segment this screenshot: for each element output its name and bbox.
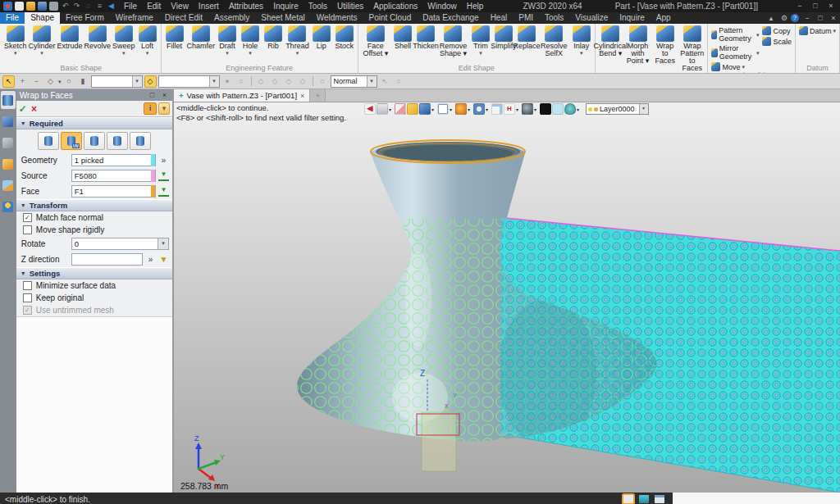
ribbon-button-lip[interactable]: Lip bbox=[310, 25, 333, 56]
close-button[interactable]: × bbox=[824, 1, 838, 11]
wrap-face-mode[interactable] bbox=[38, 132, 59, 150]
pin-dialog-button[interactable]: ▾ bbox=[158, 102, 170, 115]
confirm-button[interactable]: ✓ bbox=[19, 103, 27, 115]
pick-target-icon[interactable]: ▼ bbox=[158, 187, 169, 197]
dropdown-arrow-icon[interactable]: ▾ bbox=[468, 107, 472, 112]
dropdown-arrow-icon[interactable]: ▾ bbox=[742, 64, 745, 70]
ribbon-button-resolve-selfx[interactable]: Resolve SelfX bbox=[538, 25, 570, 63]
ribbon-button-revolve[interactable]: Revolve bbox=[84, 25, 112, 56]
ribbon-button-remove-shape[interactable]: Remove Shape ▾ bbox=[437, 25, 469, 63]
ribbon-tab-data-exchange[interactable]: Data Exchange bbox=[417, 12, 484, 24]
geometry-field[interactable]: 1 picked bbox=[71, 154, 156, 166]
shade-icon[interactable] bbox=[407, 103, 418, 115]
snap-1-icon[interactable]: ◇ bbox=[255, 75, 267, 88]
dropdown-arrow-icon[interactable]: ▾ bbox=[14, 50, 17, 56]
dropdown-arrow-icon[interactable]: ▾ bbox=[431, 107, 436, 112]
doc-close-button[interactable]: × bbox=[827, 12, 840, 24]
grid-toggle-icon[interactable] bbox=[623, 495, 633, 503]
ribbon-button-replace[interactable]: Replace bbox=[515, 25, 538, 56]
ribbon-button-wrap-pattern-to-faces[interactable]: Wrap Pattern to Faces bbox=[678, 25, 705, 74]
ribbon-button-stock[interactable]: Stock bbox=[333, 25, 356, 56]
dropdown-arrow-icon[interactable]: ▾ bbox=[58, 79, 62, 84]
polygon-pick-icon[interactable]: ○ bbox=[63, 75, 75, 88]
rotate-combo[interactable]: 0▾ bbox=[71, 238, 169, 250]
camera-icon[interactable] bbox=[473, 103, 485, 115]
pick-target-icon[interactable]: ▼ bbox=[158, 171, 169, 181]
menu-insert[interactable]: Insert bbox=[194, 0, 224, 12]
ribbon-tab-file[interactable]: File bbox=[0, 12, 25, 24]
selection-filter-icon[interactable]: ◌ bbox=[84, 2, 93, 11]
filter-combo[interactable]: ▾ bbox=[91, 75, 143, 88]
exit-viewport-icon[interactable]: ◀ bbox=[364, 103, 376, 115]
ribbon-button-hole[interactable]: Hole▾ bbox=[239, 25, 262, 56]
dropdown-arrow-icon[interactable]: ▾ bbox=[146, 50, 149, 56]
visual-manager-tab[interactable] bbox=[1, 155, 16, 173]
direction-picker-icon[interactable]: ▼ bbox=[158, 255, 169, 264]
wrap-sector-mode[interactable] bbox=[84, 132, 105, 150]
ribbon-button-rib[interactable]: Rib bbox=[262, 25, 285, 56]
ribbon-tab-pmi[interactable]: PMI bbox=[513, 12, 539, 24]
pick-list-icon[interactable]: ▮ bbox=[77, 75, 89, 88]
wrap-point-mode[interactable] bbox=[130, 132, 151, 150]
pick-filter-icon[interactable]: ◇ bbox=[44, 75, 57, 88]
add-pick-icon[interactable]: + bbox=[16, 75, 29, 88]
dropdown-arrow-icon[interactable]: ▾ bbox=[833, 28, 836, 34]
dropdown-arrow-icon[interactable]: ▾ bbox=[580, 50, 583, 56]
menu-window[interactable]: Window bbox=[422, 0, 462, 12]
dropdown-arrow-icon[interactable]: ▾ bbox=[367, 76, 377, 87]
history-manager-tab[interactable] bbox=[1, 134, 16, 152]
ribbon-button-scale[interactable]: Scale bbox=[762, 37, 792, 46]
render-mode-icon[interactable] bbox=[419, 103, 431, 115]
snap-2-icon[interactable]: ◇ bbox=[269, 75, 281, 88]
ribbon-tab-app[interactable]: App bbox=[651, 12, 677, 24]
doc-tab-close-icon[interactable]: × bbox=[300, 92, 304, 100]
dropdown-arrow-icon[interactable]: ▾ bbox=[389, 107, 394, 112]
ribbon-button-wrap-to-faces[interactable]: Wrap to Faces bbox=[651, 25, 678, 70]
menu-view[interactable]: View bbox=[166, 0, 194, 12]
settings-gear-icon[interactable]: ⚙ bbox=[778, 12, 791, 24]
open-folder-icon[interactable] bbox=[26, 2, 35, 11]
ribbon-tab-point-cloud[interactable]: Point Cloud bbox=[363, 12, 418, 24]
wrap-curve-mode[interactable] bbox=[107, 132, 128, 150]
shape-manager-tab[interactable] bbox=[1, 112, 16, 130]
ribbon-button-pattern-geometry[interactable]: Pattern Geometry▾ bbox=[711, 26, 759, 43]
ribbon-tab-weldments[interactable]: Weldments bbox=[311, 12, 363, 24]
dropdown-arrow-icon[interactable]: ▾ bbox=[756, 32, 760, 38]
render-style-combo[interactable]: Normal▾ bbox=[331, 75, 377, 88]
panel-close-button[interactable]: × bbox=[160, 91, 169, 99]
ribbon-button-chamfer[interactable]: Chamfer bbox=[186, 25, 217, 56]
layer-combobox[interactable]: Layer0000▾ bbox=[586, 103, 649, 115]
ribbon-tab-heal[interactable]: Heal bbox=[485, 12, 514, 24]
dropdown-arrow-icon[interactable]: ▾ bbox=[158, 238, 168, 249]
ribbon-button-copy[interactable]: Copy bbox=[762, 26, 792, 35]
minimize-surface-data-checkbox[interactable] bbox=[23, 281, 32, 290]
ribbon-tab-assembly[interactable]: Assembly bbox=[208, 12, 255, 24]
snap-3-icon[interactable]: ◇ bbox=[283, 75, 295, 88]
panel-maximize-button[interactable]: □ bbox=[148, 91, 157, 99]
ribbon-button-inlay[interactable]: Inlay▾ bbox=[570, 25, 593, 56]
menu-edit[interactable]: Edit bbox=[142, 0, 166, 12]
z-direction-field[interactable] bbox=[71, 253, 143, 266]
ribbon-tab-sheet-metal[interactable]: Sheet Metal bbox=[255, 12, 310, 24]
monitor-icon[interactable] bbox=[639, 495, 649, 503]
eraser-icon[interactable] bbox=[395, 103, 406, 115]
minimize-button[interactable]: − bbox=[792, 1, 807, 11]
move-shape-rigidly-checkbox[interactable] bbox=[23, 225, 32, 234]
cursor-mode-icon[interactable]: ↖ bbox=[379, 75, 391, 88]
flag-icon[interactable]: ◀ bbox=[107, 2, 116, 11]
document-tab[interactable]: + Vase with Pattern.Z3 - [Part001] × bbox=[174, 89, 310, 102]
print-icon[interactable] bbox=[49, 2, 58, 11]
dot-icon[interactable]: ● bbox=[221, 75, 234, 88]
swap-filter-icon[interactable]: ◇ bbox=[144, 75, 157, 88]
pick-arrow-icon[interactable]: ↖ bbox=[2, 75, 15, 88]
dropdown-arrow-icon[interactable]: ▾ bbox=[450, 107, 454, 112]
snap-4-icon[interactable]: ◇ bbox=[297, 75, 309, 88]
cancel-button[interactable]: × bbox=[31, 103, 37, 115]
window-toggle-icon[interactable] bbox=[655, 495, 664, 503]
zoom-window-icon[interactable] bbox=[491, 103, 503, 115]
match-face-normal-checkbox[interactable]: ✓ bbox=[23, 213, 32, 222]
secondary-filter-combo[interactable]: ▾ bbox=[158, 75, 220, 88]
face-color-swatch[interactable] bbox=[552, 103, 564, 115]
ribbon-tab-wireframe[interactable]: Wireframe bbox=[110, 12, 159, 24]
ribbon-button-thread[interactable]: Thread▾ bbox=[285, 25, 310, 56]
